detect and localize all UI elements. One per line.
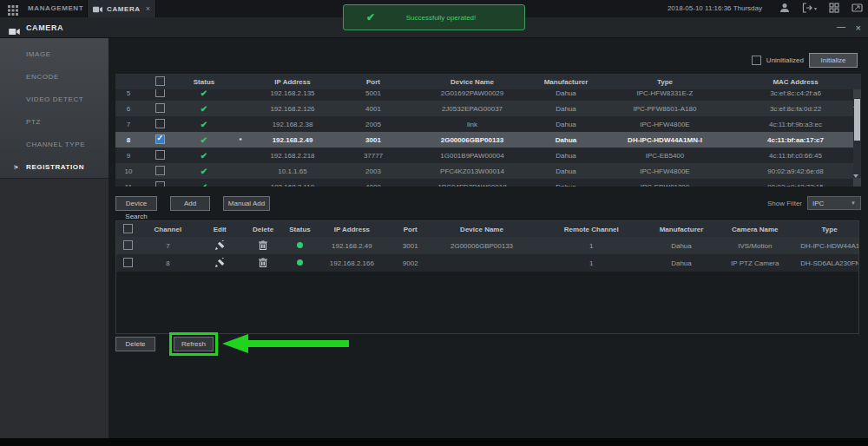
added-devices-table: Channel Edit Delete Status IP Address Po… <box>115 220 859 334</box>
col-type: Type <box>600 78 730 86</box>
table-row[interactable]: 10 ✔ 10.1.1.65 2003 PFC4KZ013W00014 Dahu… <box>115 163 861 179</box>
vertical-scrollbar[interactable] <box>853 89 861 187</box>
camera-icon <box>93 1 102 16</box>
device-table-header: Status IP Address Port Device Name Manuf… <box>115 74 861 89</box>
col-remote-channel: Remote Channel <box>529 226 654 233</box>
status-ok-icon: ✔ <box>201 104 207 114</box>
col-status: Status <box>283 226 318 233</box>
col-manufacturer: Manufacturer <box>654 226 710 233</box>
refresh-button[interactable]: Refresh <box>174 337 214 351</box>
col-device-name: Device Name <box>412 78 532 86</box>
close-icon[interactable]: × <box>856 17 861 38</box>
col-ip-address: IP Address <box>251 78 334 86</box>
row-checkbox[interactable] <box>155 166 165 175</box>
status-ok-icon: ✔ <box>201 89 207 98</box>
manual-add-button[interactable]: Manual Add <box>223 196 270 211</box>
status-ok-icon: ✔ <box>201 151 207 161</box>
select-all-checkbox[interactable] <box>123 224 133 233</box>
minimize-icon[interactable]: — <box>837 17 845 38</box>
status-connected-icon <box>297 259 303 266</box>
col-device-name: Device Name <box>434 226 529 233</box>
sidebar-item-registration[interactable]: >REGISTRATION <box>0 156 108 179</box>
init-bar: Uninitialized Initialize <box>752 53 858 68</box>
uninitialized-label: Uninitialized <box>766 56 804 64</box>
tab-management[interactable]: MANAGEMENT <box>28 0 83 17</box>
edit-pencil-icon[interactable] <box>215 240 225 252</box>
sidebar-item-video-detect[interactable]: VIDEO DETECT <box>0 89 108 111</box>
sidebar-item-image[interactable]: IMAGE <box>0 43 108 66</box>
uninitialized-checkbox[interactable] <box>752 56 761 65</box>
row-checkbox[interactable] <box>155 89 165 97</box>
user-icon[interactable] <box>779 3 790 13</box>
col-channel: Channel <box>140 226 196 233</box>
col-port: Port <box>334 78 412 86</box>
row-checkbox[interactable] <box>123 240 133 250</box>
actions-bar: Device Search Add Manual Add Show Filter… <box>115 196 861 211</box>
row-checkbox-checked[interactable] <box>155 134 165 144</box>
tab-camera-label: CAMERA <box>107 5 141 13</box>
display-output-icon[interactable] <box>852 3 863 13</box>
annotation-arrow-icon <box>222 333 349 354</box>
show-filter-dropdown[interactable]: IPC ▼ <box>807 196 861 210</box>
chevron-down-icon: ▼ <box>851 200 856 206</box>
initialize-button[interactable]: Initialize <box>809 53 858 68</box>
col-manufacturer: Manufacturer <box>532 78 600 86</box>
col-type: Type <box>800 226 858 233</box>
status-ok-icon: ✔ <box>201 135 207 145</box>
scroll-up-icon[interactable] <box>853 89 861 98</box>
row-checkbox[interactable] <box>155 150 165 160</box>
table-row[interactable]: 8 192.168.2.166 9002 1 Dahua IP PTZ Came… <box>116 254 858 272</box>
active-item-arrow-icon: > <box>14 156 18 179</box>
table-row-selected[interactable]: 8 ✔ * 192.168.2.49 3001 2G00006GBP00133 … <box>115 132 861 148</box>
delete-button[interactable]: Delete <box>115 337 155 351</box>
device-table: Status IP Address Port Device Name Manuf… <box>115 74 861 187</box>
scroll-down-icon[interactable] <box>853 178 861 187</box>
row-checkbox[interactable] <box>155 119 165 128</box>
layout-grid-icon[interactable] <box>829 3 839 13</box>
main-content: Uninitialized Initialize Status IP Addre… <box>108 38 868 438</box>
tab-camera[interactable]: CAMERA × <box>87 0 156 17</box>
add-button[interactable]: Add <box>170 196 210 211</box>
sidebar-item-channel-type[interactable]: CHANNEL TYPE <box>0 134 108 156</box>
page-title: CAMERA <box>26 17 63 38</box>
toast-check-icon: ✔ <box>366 11 375 23</box>
col-edit: Edit <box>196 226 244 233</box>
success-toast: ✔ Successfully operated! <box>343 4 525 30</box>
select-all-checkbox[interactable] <box>155 76 165 86</box>
table-row[interactable]: 6 ✔ 192.168.2.126 4001 2J0532EPAG00037 D… <box>115 101 861 116</box>
logout-caret-icon: ▾ <box>814 5 817 11</box>
table-row[interactable]: 11 ✔ 192.168.2.110 4000 1PC04FD7PAW00018… <box>115 179 861 187</box>
status-ok-icon: ✔ <box>201 120 207 129</box>
window-bottom-edge <box>0 438 868 446</box>
added-table-header: Channel Edit Delete Status IP Address Po… <box>116 221 858 237</box>
device-search-button[interactable]: Device Search <box>115 196 157 211</box>
delete-trash-icon[interactable] <box>259 258 267 269</box>
device-table-body: 5 ✔ 192.168.2.135 5001 2G01692PAW00029 D… <box>115 89 861 187</box>
col-delete: Delete <box>244 226 283 233</box>
col-mac-address: MAC Address <box>730 78 861 86</box>
refresh-highlight-annotation: Refresh <box>169 332 218 356</box>
tab-close-icon[interactable]: × <box>146 4 150 13</box>
row-checkbox[interactable] <box>155 103 165 113</box>
scrollbar-thumb[interactable] <box>854 99 860 141</box>
logout-icon[interactable]: ▾ <box>802 3 817 13</box>
edit-pencil-icon[interactable] <box>215 258 225 269</box>
row-checkbox[interactable] <box>155 181 165 187</box>
sidebar-item-ptz[interactable]: PTZ <box>0 111 108 134</box>
row-checkbox[interactable] <box>123 258 133 267</box>
table-row[interactable]: 7 ✔ 192.168.2.38 2005 link Dahua IPC-HFW… <box>115 116 861 132</box>
table-row[interactable]: 9 ✔ 192.168.2.218 37777 1G001B9PAW00004 … <box>115 148 861 163</box>
table-row[interactable]: 7 192.168.2.49 3001 2G00006GBP00133 1 Da… <box>116 237 858 254</box>
status-ok-icon: ✔ <box>201 167 207 176</box>
camera-icon <box>9 23 20 39</box>
table-row[interactable]: 5 ✔ 192.168.2.135 5001 2G01692PAW00029 D… <box>115 89 861 101</box>
col-ip-address: IP Address <box>317 226 386 233</box>
col-status: Status <box>178 78 230 86</box>
delete-trash-icon[interactable] <box>259 240 267 252</box>
show-filter-label: Show Filter <box>767 200 802 207</box>
status-ok-icon: ✔ <box>201 182 207 187</box>
status-connected-icon <box>297 242 303 248</box>
sidebar-item-encode[interactable]: ENCODE <box>0 66 108 89</box>
nvr-app-window: MANAGEMENT CAMERA × 2018-05-10 11:16:36 … <box>0 0 868 446</box>
datetime-display: 2018-05-10 11:16:36 Thursday <box>667 0 762 17</box>
